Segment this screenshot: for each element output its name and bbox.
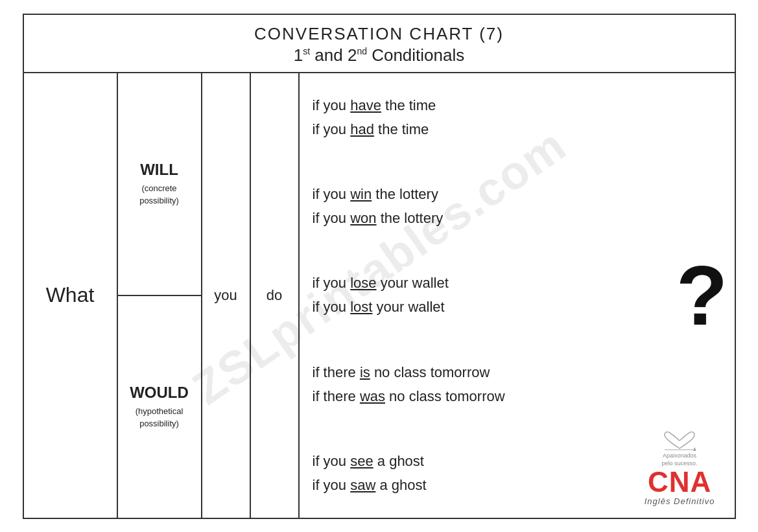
- condition-pair-3: if there is no class tomorrowif there wa…: [313, 355, 657, 413]
- condition-line1-3: if there is no class tomorrow: [313, 362, 657, 383]
- condition-line1-2: if you lose your wallet: [313, 272, 657, 294]
- cna-text: CNA: [648, 468, 711, 496]
- condition-line1-1: if you win the lottery: [313, 183, 657, 205]
- col-do: do: [251, 73, 300, 518]
- do-label: do: [266, 287, 282, 304]
- condition-pair-4: if you see a ghostif you saw a ghost: [313, 444, 657, 502]
- col-conditions: if you have the timeif you had the timei…: [300, 73, 670, 518]
- question-mark-symbol: ?: [676, 253, 728, 338]
- condition-line2-0: if you had the time: [313, 119, 657, 140]
- condition-line2-2: if you lost your wallet: [313, 296, 657, 318]
- condition-line2-1: if you won the lottery: [313, 207, 657, 229]
- condition-pair-0: if you have the timeif you had the time: [313, 88, 657, 146]
- modal-would: WOULD (hypotheticalpossibility): [118, 296, 201, 518]
- col-you: you: [202, 73, 251, 518]
- logo-area: Apaixonados pelo sucesso. CNA Inglês Def…: [645, 432, 715, 505]
- will-desc: (concrete possibility): [124, 183, 195, 206]
- title-sup-nd: nd: [357, 46, 367, 56]
- condition-line2-3: if there was no class tomorrow: [313, 386, 657, 407]
- condition-line2-4: if you saw a ghost: [313, 474, 657, 496]
- title-line1: CONVERSATION CHART (7): [30, 24, 728, 44]
- logo-heart-text: Apaixonados pelo sucesso.: [662, 432, 698, 467]
- chart-area: What WILL (concrete possibility) WOULD (…: [24, 73, 735, 518]
- col-modal: WILL (concrete possibility) WOULD (hypot…: [118, 73, 202, 518]
- title-ordinal-1st-base: 1: [294, 45, 303, 65]
- title-sup-st: st: [303, 46, 310, 56]
- would-desc: (hypotheticalpossibility): [136, 406, 184, 429]
- cna-sub: Inglês Definitivo: [645, 496, 715, 506]
- you-label: you: [214, 287, 237, 304]
- will-word: WILL: [140, 161, 178, 179]
- would-word: WOULD: [130, 384, 189, 402]
- what-label: What: [46, 283, 95, 307]
- svg-marker-1: [693, 447, 696, 451]
- condition-pair-1: if you win the lotteryif you won the lot…: [313, 177, 657, 235]
- title-conditionals: Conditionals: [367, 45, 464, 65]
- page-container: ZSLprintables.com CONVERSATION CHART (7)…: [23, 14, 736, 519]
- condition-line1-4: if you see a ghost: [313, 450, 657, 472]
- title-and: and 2: [310, 45, 357, 65]
- logo-cna: CNA Inglês Definitivo: [645, 468, 715, 506]
- col-what: What: [24, 73, 118, 518]
- title-section: CONVERSATION CHART (7) 1st and 2nd Condi…: [24, 15, 735, 73]
- condition-line1-0: if you have the time: [313, 95, 657, 116]
- condition-pair-2: if you lose your walletif you lost your …: [313, 266, 657, 324]
- title-line2: 1st and 2nd Conditionals: [30, 45, 728, 65]
- modal-will: WILL (concrete possibility): [118, 73, 201, 296]
